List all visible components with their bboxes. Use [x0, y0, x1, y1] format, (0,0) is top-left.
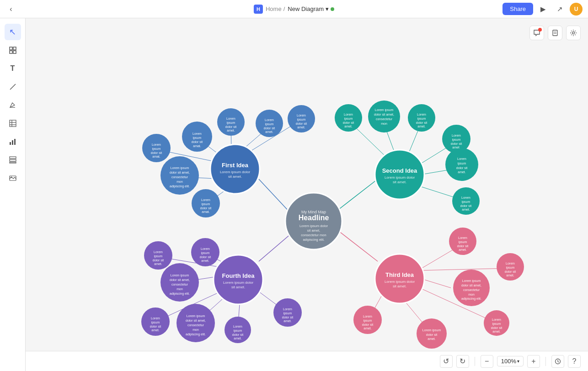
- share-button[interactable]: Share: [502, 3, 533, 15]
- svg-text:dolor sit: dolor sit: [151, 151, 162, 154]
- svg-point-17: [11, 177, 11, 178]
- svg-text:ipsum: ipsum: [452, 138, 461, 142]
- svg-text:Third Idea: Third Idea: [385, 271, 414, 278]
- canvas[interactable]: My Mind Map Headline Lorem ipsum dolor s…: [26, 18, 588, 371]
- svg-text:adipiscing elit.: adipiscing elit.: [170, 185, 190, 188]
- chart-tool[interactable]: [5, 133, 21, 150]
- svg-text:ipsum: ipsum: [227, 121, 235, 125]
- text-tool[interactable]: T: [5, 60, 21, 77]
- svg-text:dolor sit: dolor sit: [491, 326, 502, 329]
- svg-text:adipiscing elit.: adipiscing elit.: [170, 292, 190, 296]
- svg-text:Lorem ipsum: Lorem ipsum: [171, 274, 189, 277]
- zoom-level[interactable]: 100% ▾: [497, 356, 524, 366]
- media-tool[interactable]: [5, 170, 21, 186]
- svg-text:amet.: amet.: [297, 126, 305, 129]
- svg-text:adipiscing elit.: adipiscing elit.: [186, 333, 206, 336]
- svg-text:Headline: Headline: [299, 214, 329, 222]
- svg-text:amet.: amet.: [428, 337, 436, 340]
- bottom-bar: ↺ ↻ − 100% ▾ + ?: [26, 351, 588, 371]
- svg-text:Lorem: Lorem: [233, 325, 242, 328]
- svg-text:Lorem: Lorem: [506, 262, 515, 265]
- svg-text:ipsum: ipsum: [506, 266, 515, 270]
- layout-tool[interactable]: [5, 152, 21, 168]
- svg-text:amet.: amet.: [234, 337, 242, 340]
- svg-text:consectetur: consectetur: [171, 175, 188, 179]
- undo-button[interactable]: ↺: [440, 355, 453, 368]
- svg-line-25: [259, 234, 291, 261]
- header: ‹ H Home / New Diagram ▾ Share ▶ ↗ U: [0, 0, 588, 18]
- svg-line-40: [421, 279, 451, 288]
- svg-text:dolor sit: dolor sit: [225, 125, 237, 128]
- svg-text:dolor sit amet,: dolor sit amet,: [374, 113, 394, 116]
- zoom-in-button[interactable]: +: [527, 355, 540, 368]
- svg-text:ipsum: ipsum: [458, 162, 466, 165]
- svg-text:Lorem: Lorem: [417, 113, 426, 116]
- svg-text:adipiscing elit.: adipiscing elit.: [461, 297, 481, 301]
- svg-point-59: [210, 144, 260, 194]
- svg-rect-10: [10, 142, 11, 145]
- svg-text:adipiscing elit.: adipiscing elit.: [303, 238, 324, 242]
- play-button[interactable]: ▶: [537, 3, 550, 16]
- svg-text:consectetur mon: consectetur mon: [301, 233, 326, 237]
- pen-tool[interactable]: [5, 97, 21, 113]
- redo-button[interactable]: ↻: [456, 355, 469, 368]
- svg-text:ipsum: ipsum: [202, 202, 210, 206]
- svg-text:sit amet.: sit amet.: [228, 175, 242, 179]
- sync-status-dot: [331, 7, 334, 11]
- svg-text:Lorem: Lorem: [265, 118, 274, 122]
- svg-line-4: [10, 84, 16, 90]
- svg-text:dolor sit amet,: dolor sit amet,: [461, 284, 481, 287]
- header-left: ‹: [5, 4, 16, 15]
- svg-text:dolor sit amet,: dolor sit amet,: [170, 278, 190, 281]
- svg-text:ipsum: ipsum: [151, 321, 160, 324]
- back-button[interactable]: ‹: [5, 4, 16, 15]
- toolbar: ↖ T: [0, 18, 26, 371]
- svg-text:dolor sit: dolor sit: [192, 140, 203, 143]
- zoom-out-button[interactable]: −: [481, 355, 493, 368]
- user-avatar[interactable]: U: [570, 3, 583, 16]
- svg-rect-18: [553, 30, 557, 36]
- svg-text:ipsum: ipsum: [459, 240, 467, 244]
- svg-text:ipsum: ipsum: [201, 251, 210, 255]
- pages-button[interactable]: [548, 26, 562, 40]
- header-right: Share ▶ ↗ U: [502, 3, 583, 16]
- svg-point-142: [453, 270, 490, 306]
- home-link[interactable]: Home: [266, 5, 282, 12]
- svg-text:Lorem ipsum dolor: Lorem ipsum dolor: [220, 170, 251, 174]
- svg-text:amet.: amet.: [227, 129, 235, 132]
- svg-text:amet.: amet.: [506, 274, 514, 277]
- svg-point-133: [375, 254, 424, 303]
- svg-text:Lorem ipsum: Lorem ipsum: [187, 314, 205, 318]
- svg-text:dolor sit amet,: dolor sit amet,: [186, 319, 206, 322]
- svg-text:Lorem: Lorem: [201, 247, 210, 250]
- svg-text:Lorem ipsum: Lorem ipsum: [171, 166, 189, 170]
- svg-text:Lorem ipsum dolor: Lorem ipsum dolor: [385, 175, 415, 180]
- table-tool[interactable]: [5, 115, 21, 132]
- select-tool[interactable]: ↖: [5, 24, 21, 40]
- svg-text:consectetur: consectetur: [463, 288, 480, 292]
- svg-text:dolor sit: dolor sit: [416, 121, 428, 124]
- svg-text:Lorem ipsum dolor: Lorem ipsum dolor: [385, 280, 415, 284]
- help-button[interactable]: ?: [568, 355, 581, 368]
- svg-text:Lorem ipsum dolor: Lorem ipsum dolor: [223, 281, 254, 285]
- svg-text:sit amet.: sit amet.: [231, 285, 245, 289]
- svg-text:Lorem ipsum: Lorem ipsum: [462, 279, 481, 283]
- comments-button[interactable]: [529, 26, 544, 40]
- svg-text:dolor sit: dolor sit: [343, 121, 354, 124]
- line-tool[interactable]: [5, 79, 21, 95]
- history-button[interactable]: [551, 355, 564, 368]
- export-button[interactable]: ↗: [553, 3, 566, 16]
- svg-text:sit amet,: sit amet,: [307, 228, 320, 233]
- shapes-tool[interactable]: [5, 42, 21, 58]
- svg-text:dolor sit: dolor sit: [200, 207, 212, 210]
- svg-text:ipsum: ipsum: [283, 312, 292, 315]
- diagram-name[interactable]: New Diagram ▾: [288, 5, 334, 12]
- svg-text:Lorem: Lorem: [458, 236, 467, 239]
- svg-text:consectetur: consectetur: [171, 283, 188, 286]
- svg-text:amet.: amet.: [459, 248, 467, 251]
- svg-text:amet.: amet.: [492, 330, 501, 333]
- svg-text:ipsum: ipsum: [154, 254, 163, 258]
- settings-button[interactable]: [566, 26, 581, 40]
- svg-text:ipsum: ipsum: [152, 147, 161, 151]
- svg-text:mon: mon: [192, 328, 199, 331]
